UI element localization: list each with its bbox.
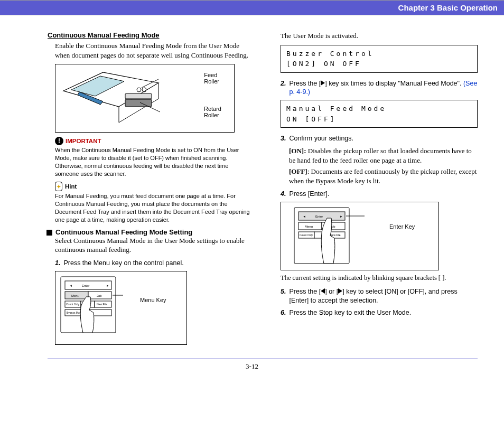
- svg-text:◄: ◄: [303, 215, 306, 218]
- lcd-buzzer: Buzzer Control [ON2] ON OFF: [281, 45, 478, 73]
- svg-text:Menu: Menu: [71, 294, 79, 297]
- square-bullet-icon: [46, 230, 52, 236]
- off-desc: [OFF]: Documents are fed continuously by…: [289, 167, 478, 185]
- svg-text:Enter: Enter: [82, 284, 89, 287]
- chapter-header: Chapter 3 Basic Operation: [0, 0, 504, 15]
- step-6: 6. Press the Stop key to exit the User M…: [281, 308, 478, 317]
- roller-figure: Feed Roller Retard Roller: [55, 64, 235, 133]
- mode-title: Continuous Manual Feeding Mode: [48, 31, 252, 39]
- svg-text:◄: ◄: [69, 284, 72, 287]
- menu-key-label: Menu Key: [140, 297, 166, 303]
- step-2-num: 2.: [281, 79, 286, 97]
- setting-title: Continuous Manual Feeding Mode Setting: [55, 228, 192, 236]
- important-text: When the Continuous Manual Feeding Mode …: [55, 146, 252, 177]
- step-5-text: Press the [] or [] key to select [ON] or…: [289, 287, 478, 305]
- svg-rect-3: [125, 99, 152, 107]
- lcd2-line1: Manual Feed Mode: [286, 104, 472, 114]
- svg-text:Enter: Enter: [315, 215, 323, 218]
- right-column: The User Mode is activated. Buzzer Contr…: [273, 31, 478, 348]
- setting-intro: Select Continuous Manual Mode in the Use…: [55, 236, 252, 255]
- svg-text:►: ►: [106, 284, 109, 287]
- step-4-caption: The current setting is indicated by blin…: [281, 274, 478, 282]
- step-1-num: 1.: [55, 259, 60, 268]
- step-3-num: 3.: [281, 134, 286, 143]
- svg-text:Job: Job: [97, 294, 102, 297]
- control-panel-figure-1: ◄ Enter ► Menu Job Count Only New File B…: [55, 271, 187, 345]
- step-4-num: 4.: [281, 190, 286, 199]
- important-icon: !: [55, 137, 63, 145]
- svg-text:Count Only: Count Only: [300, 233, 313, 237]
- enter-key-label: Enter Key: [389, 223, 415, 230]
- step-4-text: Press [Enter].: [289, 190, 329, 199]
- step-1-text: Press the Menu key on the control panel.: [63, 259, 183, 268]
- important-label: IMPORTANT: [66, 138, 101, 144]
- on-desc: [ON]: Disables the pickup roller so that…: [289, 146, 478, 165]
- mode-intro: Enable the Continuous Manual Feeding Mod…: [55, 41, 252, 60]
- left-arrow-icon: [321, 288, 325, 294]
- hint-label: Hint: [65, 183, 77, 190]
- lcd1-line1: Buzzer Control: [286, 49, 472, 59]
- hint-icon: ✦: [55, 182, 62, 191]
- feed-roller-label: Feed Roller: [204, 72, 219, 84]
- control-panel-figure-2: ◄ Enter ► Menu Job Count Only New File E…: [281, 202, 439, 270]
- step-2: 2. Press the [] key six times to display…: [281, 79, 478, 97]
- step-6-text: Press the Stop key to exit the User Mode…: [289, 308, 411, 317]
- control-panel-svg-2: ◄ Enter ► Menu Job Count Only New File: [285, 206, 365, 265]
- step-6-num: 6.: [281, 308, 286, 317]
- hint-text: For Manual Feeding, you must feed docume…: [55, 192, 252, 223]
- control-panel-svg-1: ◄ Enter ► Menu Job Count Only New File B…: [60, 276, 123, 334]
- page-body: Continuous Manual Feeding Mode Enable th…: [0, 15, 504, 348]
- step-3: 3. Confirm your settings.: [281, 134, 478, 143]
- step-3-text: Confirm your settings.: [289, 134, 353, 143]
- important-row: ! IMPORTANT: [55, 137, 252, 145]
- svg-rect-4: [125, 93, 152, 99]
- step-4: 4. Press [Enter].: [281, 190, 478, 199]
- lcd2-line2: ON [OFF]: [286, 114, 472, 125]
- scanner-illustration: [61, 70, 161, 128]
- right-arrow-icon-2: [338, 288, 342, 294]
- svg-text:►: ►: [340, 215, 343, 218]
- step-5-num: 5.: [281, 287, 286, 305]
- lcd1-line2: [ON2] ON OFF: [286, 59, 472, 69]
- page-number: 3-12: [0, 362, 504, 371]
- step-1: 1. Press the Menu key on the control pan…: [55, 259, 252, 268]
- right-arrow-icon: [321, 80, 325, 86]
- left-column: Continuous Manual Feeding Mode Enable th…: [48, 31, 252, 348]
- retard-roller-label: Retard Roller: [204, 106, 221, 118]
- setting-heading: Continuous Manual Feeding Mode Setting: [46, 228, 252, 236]
- lcd-manual-feed: Manual Feed Mode ON [OFF]: [281, 100, 478, 128]
- step-2-text: Press the [] key six times to display "M…: [289, 79, 478, 97]
- svg-text:New File: New File: [330, 233, 341, 237]
- svg-text:Menu: Menu: [305, 225, 313, 228]
- svg-text:New File: New File: [97, 303, 107, 306]
- footer-rule: [48, 359, 478, 359]
- user-mode-active: The User Mode is activated.: [281, 31, 478, 41]
- svg-text:Count Only: Count Only: [66, 303, 80, 306]
- hint-row: ✦ Hint: [55, 182, 252, 191]
- step-5: 5. Press the [] or [] key to select [ON]…: [281, 287, 478, 305]
